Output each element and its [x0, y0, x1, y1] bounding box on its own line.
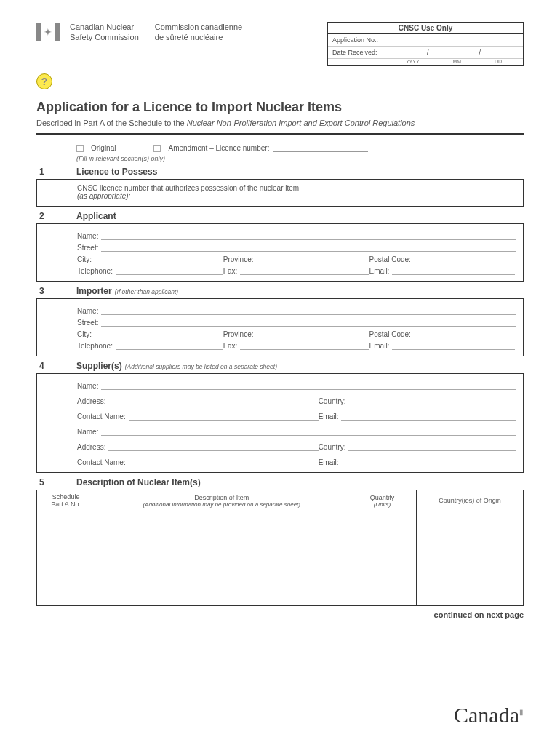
- org-fr-line1: Commission canadienne: [155, 22, 242, 32]
- amendment-checkbox[interactable]: [153, 145, 161, 152]
- page-title: Application for a Licence to Import Nucl…: [36, 100, 524, 115]
- applicant-postal-label: Postal Code:: [369, 255, 411, 263]
- section-5-title: Description of Nuclear Item(s): [76, 477, 201, 487]
- cell-schedule[interactable]: [37, 511, 95, 606]
- section-2-box: Name: Street: City: Province: Postal Cod…: [36, 223, 524, 282]
- date-sep-2: /: [479, 49, 481, 56]
- applicant-fax-input[interactable]: [240, 267, 369, 275]
- supplier1-contact-input[interactable]: [129, 413, 319, 421]
- page-subtitle: Described in Part A of the Schedule to t…: [36, 119, 524, 127]
- cell-quantity[interactable]: [348, 511, 417, 606]
- supplier2-contact-label: Contact Name:: [77, 458, 126, 466]
- help-icon[interactable]: ?: [36, 73, 52, 89]
- importer-city-input[interactable]: [95, 330, 223, 338]
- supplier1-address-label: Address:: [77, 397, 105, 405]
- supplier2-email-input[interactable]: [341, 458, 516, 466]
- importer-tel-input[interactable]: [116, 342, 223, 350]
- th-quantity: Quantity(Units): [348, 490, 417, 511]
- section-4-title: Supplier(s)(Additional suppliers may be …: [76, 361, 277, 371]
- supplier1-country-input[interactable]: [348, 397, 516, 405]
- importer-city-label: City:: [77, 330, 92, 338]
- applicant-fax-label: Fax:: [223, 267, 237, 275]
- section-4-num: 4: [36, 361, 76, 371]
- app-no-label: Application No.:: [332, 36, 389, 44]
- s3-title-text: Importer: [76, 286, 112, 296]
- applicant-province-input[interactable]: [256, 255, 369, 263]
- section-3-title: Importer(If other than applicant): [76, 286, 178, 296]
- section-1-box: CNSC licence number that authorizes poss…: [36, 179, 524, 207]
- supplier1-country-label: Country:: [319, 397, 346, 405]
- amendment-label: Amendment – Licence number:: [168, 144, 269, 152]
- supplier2-address-input[interactable]: [108, 443, 318, 451]
- importer-postal-input[interactable]: [414, 330, 516, 338]
- th-description: Description of Item(Additional informati…: [95, 490, 348, 511]
- section-2-title: Applicant: [76, 211, 116, 221]
- org-en-line1: Canadian Nuclear: [70, 22, 139, 32]
- applicant-postal-input[interactable]: [414, 255, 516, 263]
- org-names: Canadian Nuclear Safety Commission Commi…: [70, 22, 242, 43]
- th-desc-main: Description of Item: [194, 494, 249, 501]
- wordmark-flag-icon: ▮: [519, 708, 524, 716]
- s1-note: (as appropriate):: [77, 192, 516, 200]
- section-4-box: Name: Address: Country: Contact Name: Em…: [36, 373, 524, 473]
- applicant-street-label: Street:: [77, 244, 98, 252]
- supplier2-contact-input[interactable]: [129, 458, 319, 466]
- original-label: Original: [91, 144, 116, 152]
- importer-street-label: Street:: [77, 319, 98, 327]
- continued-note: continued on next page: [36, 610, 524, 619]
- s3-note: (If other than applicant): [115, 288, 178, 295]
- supplier2-name-input[interactable]: [101, 428, 516, 436]
- org-en-line2: Safety Commission: [70, 32, 139, 42]
- org-fr-line2: de sûreté nucléaire: [155, 32, 242, 42]
- supplier2-name-label: Name:: [77, 428, 98, 436]
- date-received-label: Date Received:: [332, 49, 389, 56]
- section-4-header: 4 Supplier(s)(Additional suppliers may b…: [36, 361, 524, 371]
- th-schedule-1: Schedule: [52, 493, 80, 501]
- importer-province-input[interactable]: [256, 330, 369, 338]
- date-sep-1: /: [427, 49, 429, 56]
- applicant-city-label: City:: [77, 255, 92, 263]
- flag-icon: ✦: [36, 23, 60, 41]
- supplier2-email-label: Email:: [319, 458, 339, 466]
- applicant-name-label: Name:: [77, 232, 98, 240]
- importer-name-input[interactable]: [101, 307, 516, 315]
- cell-description[interactable]: [95, 511, 348, 606]
- amendment-number-input[interactable]: [273, 145, 368, 152]
- section-3-header: 3 Importer(If other than applicant): [36, 286, 524, 296]
- th-qty-sub: (Units): [350, 501, 415, 508]
- importer-email-label: Email:: [369, 342, 390, 350]
- cnsc-box-title: CNSC Use Only: [328, 23, 523, 34]
- importer-name-label: Name:: [77, 307, 98, 315]
- supplier1-contact-label: Contact Name:: [77, 413, 126, 421]
- date-mm: MM: [452, 59, 461, 64]
- applicant-street-input[interactable]: [101, 244, 516, 252]
- section-2-num: 2: [36, 211, 76, 221]
- original-checkbox[interactable]: [76, 145, 84, 152]
- wordmark-text: Canada: [454, 703, 519, 727]
- section-3-num: 3: [36, 286, 76, 296]
- th-country: Country(ies) of Origin: [416, 490, 523, 511]
- supplier1-address-input[interactable]: [108, 397, 318, 405]
- section-5-header: 5 Description of Nuclear Item(s): [36, 477, 524, 487]
- supplier1-email-input[interactable]: [341, 413, 516, 421]
- supplier1-name-label: Name:: [77, 382, 98, 390]
- supplier1-name-input[interactable]: [101, 382, 516, 390]
- date-dd: DD: [495, 59, 502, 64]
- s4-title-text: Supplier(s): [76, 361, 122, 371]
- applicant-email-input[interactable]: [392, 267, 515, 275]
- cell-country[interactable]: [416, 511, 523, 606]
- importer-street-input[interactable]: [101, 319, 516, 327]
- applicant-tel-input[interactable]: [116, 267, 223, 275]
- applicant-name-input[interactable]: [101, 232, 516, 240]
- applicant-city-input[interactable]: [95, 255, 223, 263]
- supplier2-country-input[interactable]: [348, 443, 516, 451]
- section-1-title: Licence to Possess: [76, 167, 157, 177]
- section-2-header: 2 Applicant: [36, 211, 524, 221]
- importer-fax-label: Fax:: [223, 342, 237, 350]
- supplier2-country-label: Country:: [319, 443, 346, 451]
- importer-fax-input[interactable]: [240, 342, 369, 350]
- applicant-email-label: Email:: [369, 267, 390, 275]
- importer-email-input[interactable]: [392, 342, 515, 350]
- section-5-num: 5: [36, 477, 76, 487]
- date-yyyy: YYYY: [406, 59, 420, 64]
